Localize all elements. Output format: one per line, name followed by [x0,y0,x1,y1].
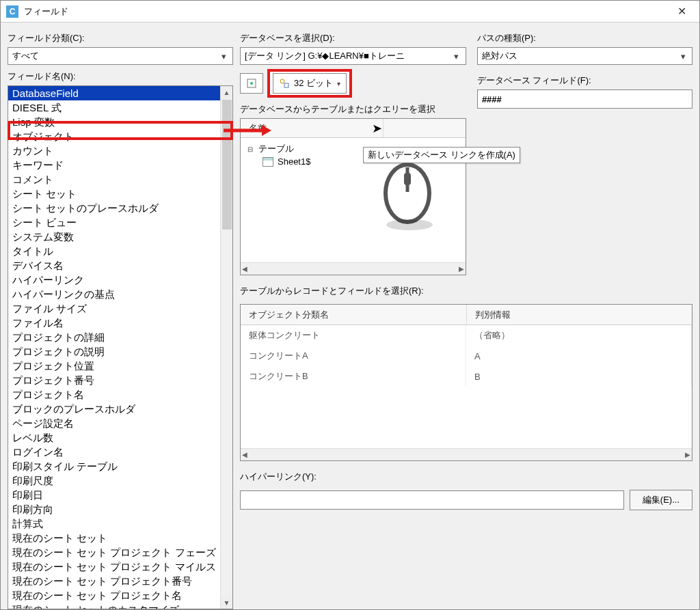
collapse-icon[interactable]: ⊟ [246,145,254,153]
list-item[interactable]: プロジェクト名 [8,387,220,402]
svg-marker-1 [262,125,271,136]
db-field-value-box: #### [477,89,692,109]
cursor-arrow-icon: ➤ [372,121,382,136]
scroll-left-icon[interactable]: ◀ [242,451,247,458]
table-cell: （省略） [466,325,692,346]
list-item[interactable]: 印刷日 [8,488,220,502]
record-header-2[interactable]: 判別情報 [467,305,692,324]
bits-dropdown[interactable]: 32 ビット ▾ [273,73,347,94]
table-cell: B [466,366,692,387]
chevron-down-icon: ▾ [450,51,463,61]
svg-rect-9 [284,83,288,87]
record-table: オブジェクト分類名 判別情報 躯体コンクリート（省略）コンクリートAAコンクリー… [240,304,692,461]
list-item[interactable]: ログイン名 [8,445,220,459]
edit-button[interactable]: 編集(E)... [630,490,692,510]
hyperlink-input[interactable] [240,490,624,510]
scroll-up-icon[interactable]: ▲ [221,86,232,98]
list-item[interactable]: シート ビュー [8,215,220,230]
bits-label: 32 ビット [294,77,333,89]
list-item[interactable]: 印刷方向 [8,502,220,516]
list-item[interactable]: シート セット [8,186,220,201]
tree-header-desc[interactable] [383,119,466,137]
scroll-right-icon[interactable]: ▶ [459,265,464,273]
table-row[interactable]: コンクリートAA [241,346,692,366]
list-item[interactable]: 現在のシート セット プロジェクト番号 [8,574,220,588]
list-item[interactable]: DatabaseField [8,86,220,100]
close-button[interactable]: ✕ [669,2,694,21]
table-cell: 躯体コンクリート [241,325,466,346]
list-item[interactable]: プロジェクト位置 [8,359,220,373]
list-item[interactable]: コメント [8,172,220,186]
list-item[interactable]: ハイパーリンクの基点 [8,287,220,301]
table-icon [262,157,273,167]
field-category-combo[interactable]: すべて ▾ [8,47,233,65]
list-item[interactable]: 印刷尺度 [8,473,220,488]
tree-header: 名前 [241,119,466,138]
table-cell: コンクリートA [241,346,466,366]
svg-point-8 [280,79,284,83]
scroll-left-icon[interactable]: ◀ [242,265,247,273]
database-select-label: データベースを選択(D): [240,32,466,44]
field-category-value: すべて [12,50,39,62]
highlight-box-bits: 32 ビット ▾ [267,69,352,98]
list-item[interactable]: レベル数 [8,430,220,445]
list-item[interactable]: システム変数 [8,230,220,244]
horizontal-scrollbar[interactable]: ◀ ▶ [241,262,466,275]
field-names-listbox[interactable]: DatabaseFieldDIESEL 式Lisp 変数オブジェクトカウントキー… [8,85,233,609]
path-type-combo[interactable]: 絶対パス ▾ [477,47,692,65]
list-item[interactable]: オブジェクト [8,129,220,143]
database-select-value: [データ リンク] G:¥◆LEARN¥■トレーニ [245,50,405,62]
scroll-thumb[interactable] [222,100,232,230]
list-item[interactable]: ファイル サイズ [8,301,220,316]
horizontal-scrollbar[interactable]: ◀ ▶ [241,448,692,460]
db-tool-button-1[interactable] [240,73,263,94]
path-type-label: パスの種類(P): [477,32,692,44]
scroll-right-icon[interactable]: ▶ [685,451,690,458]
list-item[interactable]: 現在のシート セット プロジェクト名 [8,588,220,602]
chevron-down-icon: ▾ [217,51,230,61]
list-item[interactable]: プロジェクトの詳細 [8,330,220,344]
scroll-down-icon[interactable]: ▼ [221,596,232,609]
record-table-body[interactable]: 躯体コンクリート（省略）コンクリートAAコンクリートBB [241,325,692,448]
list-item[interactable]: ファイル名 [8,316,220,330]
record-header-1[interactable]: オブジェクト分類名 [241,305,467,324]
tree-root-label: テーブル [258,143,294,155]
hyperlink-label: ハイパーリンク(Y): [240,471,692,483]
vertical-scrollbar[interactable]: ▲ ▼ [220,86,232,609]
list-item[interactable]: ブロックのプレースホルダ [8,402,220,416]
table-cell: A [466,346,692,366]
list-item[interactable]: ページ設定名 [8,416,220,430]
list-item[interactable]: プロジェクトの説明 [8,344,220,359]
list-item[interactable]: カウント [8,143,220,158]
list-item[interactable]: DIESEL 式 [8,100,220,115]
field-dialog: C フィールド ✕ 新しいデータベース リンクを作成(A) ➤ フィールド分類(… [0,0,700,610]
list-item[interactable]: 現在のシート セットのカスタマイズ [8,602,220,609]
list-item[interactable]: 印刷スタイル テーブル [8,459,220,473]
database-select-combo[interactable]: [データ リンク] G:¥◆LEARN¥■トレーニ ▾ [240,47,466,65]
tree-child-label: Sheet1$ [278,156,310,167]
list-item[interactable]: 現在のシート セット プロジェクト フェーズ [8,545,220,559]
record-select-label: テーブルからレコードとフィールドを選択(R): [240,285,692,297]
list-item[interactable]: シート セットのプレースホルダ [8,201,220,215]
table-row[interactable]: コンクリートBB [241,366,692,387]
red-arrow-annotation [224,124,271,137]
chevron-down-icon: ▾ [337,80,340,87]
list-item[interactable]: キーワード [8,158,220,172]
list-item[interactable]: 計算式 [8,516,220,531]
record-table-header: オブジェクト分類名 判別情報 [241,305,692,325]
list-item[interactable]: デバイス名 [8,258,220,273]
svg-point-5 [386,219,433,230]
list-item[interactable]: プロジェクト番号 [8,373,220,387]
path-type-value: 絶対パス [482,50,517,62]
field-category-label: フィールド分類(C): [8,32,233,44]
list-item[interactable]: タイトル [8,244,220,258]
svg-rect-4 [404,173,411,185]
from-db-label: データベースからテーブルまたはクエリーを選択 [240,103,466,115]
window-title: フィールド [24,5,669,18]
list-item[interactable]: 現在のシート セット [8,531,220,545]
list-item[interactable]: 現在のシート セット プロジェクト マイルス [8,559,220,574]
list-item[interactable]: ハイパーリンク [8,273,220,287]
list-item[interactable]: Lisp 変数 [8,115,220,129]
svg-point-7 [250,82,253,85]
table-row[interactable]: 躯体コンクリート（省略） [241,325,692,346]
